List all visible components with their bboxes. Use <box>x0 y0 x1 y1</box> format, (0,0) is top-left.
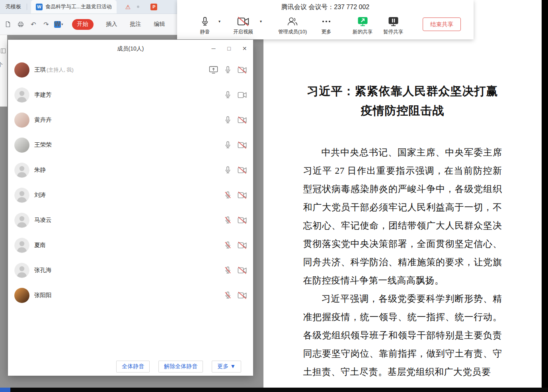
camera-off-icon <box>237 16 249 27</box>
end-share-button[interactable]: 结束共享 <box>423 17 461 31</box>
mic-on-icon[interactable] <box>223 166 232 175</box>
document-body: 中共中央总书记、国家主席、中央军委主席习近平 27 日作出重要指示强调，在当前防… <box>303 144 502 381</box>
taskbar-item[interactable] <box>0 388 10 392</box>
avatar <box>14 62 29 78</box>
start-video-button[interactable]: 开启视频 <box>229 16 257 35</box>
member-row[interactable]: 张孔海 <box>8 258 253 283</box>
mic-muted-icon[interactable] <box>223 266 232 275</box>
avatar <box>14 213 29 228</box>
camera-off-icon[interactable] <box>238 191 247 200</box>
new-share-icon <box>357 16 368 27</box>
wps-insert-tab[interactable]: 插入 <box>106 21 117 28</box>
avatar <box>14 263 29 278</box>
new-share-button[interactable]: 新的共享 <box>351 16 374 35</box>
side-panel-icon[interactable] <box>1 48 6 55</box>
avatar <box>14 138 29 153</box>
member-role: (主持人, 我) <box>47 66 74 74</box>
mic-muted-icon[interactable] <box>223 291 232 300</box>
member-name: 王荣荣 <box>34 141 52 149</box>
mic-muted-icon[interactable] <box>223 191 232 200</box>
word-doc-icon: W <box>36 4 43 10</box>
avatar <box>14 288 29 303</box>
mute-all-button[interactable]: 全体静音 <box>116 361 150 373</box>
wps-edit-tab[interactable]: 编辑 <box>154 21 165 28</box>
tab-active-document[interactable]: W 食品科学与工...主题党日活动 <box>31 0 117 14</box>
shared-document-page: 习近平：紧紧依靠人民群众坚决打赢疫情防控阻击战 中共中央总书记、国家主席、中央军… <box>263 0 542 388</box>
manage-members-button[interactable]: 管理成员(10) <box>276 16 309 35</box>
chevron-down-icon[interactable]: ▾ <box>61 22 63 26</box>
avatar <box>14 113 29 128</box>
panel-more-button[interactable]: 更多 ▼ <box>212 361 241 373</box>
camera-off-icon[interactable] <box>238 266 247 275</box>
document-title: 习近平：紧紧依靠人民群众坚决打赢疫情防控阻击战 <box>305 82 500 120</box>
microphone-icon <box>200 16 210 27</box>
unmute-all-button[interactable]: 解除全体静音 <box>158 361 203 373</box>
camera-off-icon[interactable] <box>238 166 247 175</box>
member-name: 李建芳 <box>34 91 52 99</box>
meeting-control-bar: 腾讯会议 会议号：237 772 002 静音 ▾ 开启视频 ▾ 管理成员(10… <box>177 0 474 39</box>
member-name: 黄卉卉 <box>34 116 52 124</box>
member-row[interactable]: 夏南 <box>8 233 253 258</box>
document-paragraph: 中共中央总书记、国家主席、中央军委主席习近平 27 日作出重要指示强调，在当前防… <box>303 144 502 290</box>
word-file-icon[interactable]: W <box>54 21 61 28</box>
member-name: 夏南 <box>34 241 46 249</box>
member-row[interactable]: 王荣荣 <box>8 132 253 157</box>
tab-label: 食品科学与工...主题党日活动 <box>45 3 112 10</box>
camera-off-icon[interactable] <box>238 241 247 250</box>
member-name: 张阳阳 <box>34 291 52 299</box>
maximize-button[interactable]: □ <box>226 45 232 52</box>
redo-icon[interactable]: ↷ <box>41 19 51 29</box>
member-row[interactable]: 刘涛 <box>8 182 253 208</box>
avatar <box>14 238 29 253</box>
member-name: 张孔海 <box>34 266 52 274</box>
mic-on-icon[interactable] <box>223 116 232 124</box>
pause-share-button[interactable]: 暂停共享 <box>382 16 404 35</box>
close-button[interactable]: ✕ <box>242 45 248 52</box>
camera-off-icon[interactable] <box>238 116 247 124</box>
camera-off-icon[interactable] <box>238 141 247 149</box>
mute-button[interactable]: 静音 <box>194 16 216 35</box>
camera-off-icon[interactable] <box>238 291 247 300</box>
wps-tab-bar: 壳模板 W 食品科学与工...主题党日活动 ⚠ P <box>0 0 183 14</box>
wps-start-tab[interactable]: 开始 <box>72 19 94 30</box>
meeting-title: 腾讯会议 会议号：237 772 002 <box>177 3 474 12</box>
tab-divider <box>27 4 27 10</box>
member-row[interactable]: 马凌云 <box>8 208 253 233</box>
print-icon[interactable] <box>16 19 25 29</box>
camera-on-icon[interactable] <box>238 91 247 99</box>
member-row[interactable]: 张阳阳 <box>8 283 253 308</box>
ppt-icon[interactable]: P <box>150 4 157 10</box>
video-options-caret[interactable]: ▾ <box>260 19 262 23</box>
camera-off-icon[interactable] <box>238 66 247 74</box>
member-row[interactable]: 黄卉卉 <box>8 107 253 132</box>
member-row[interactable]: 朱静 <box>8 157 253 182</box>
mute-options-caret[interactable]: ▾ <box>218 19 220 23</box>
more-icon <box>321 16 332 27</box>
mic-on-icon[interactable] <box>223 141 232 149</box>
wps-comment-tab[interactable]: 批注 <box>130 21 141 28</box>
mic-on-icon[interactable] <box>223 91 232 99</box>
status-dot <box>137 6 139 8</box>
member-row[interactable]: 王琪(主持人, 我) <box>8 57 253 82</box>
file-icon[interactable] <box>3 19 13 29</box>
camera-off-icon[interactable] <box>238 216 247 225</box>
mic-on-icon[interactable] <box>223 66 232 74</box>
members-panel: 成员(10人) ─ □ ✕ 王琪(主持人, 我) 李建芳 黄卉卉 <box>8 40 253 376</box>
member-list: 王琪(主持人, 我) 李建芳 黄卉卉 王荣荣 <box>8 57 253 308</box>
member-row[interactable]: 李建芳 <box>8 82 253 107</box>
avatar <box>14 163 29 178</box>
mic-muted-icon[interactable] <box>223 216 232 225</box>
avatar <box>14 188 29 203</box>
side-label: 个 <box>0 61 3 68</box>
tab-shell-template[interactable]: 壳模板 <box>0 0 27 14</box>
members-panel-header: 成员(10人) ─ □ ✕ <box>8 40 253 57</box>
warning-icon[interactable]: ⚠ <box>125 4 131 10</box>
undo-icon[interactable]: ↶ <box>29 19 38 29</box>
wps-left-sidebar: 个 <box>0 35 7 107</box>
minimize-button[interactable]: ─ <box>211 45 216 52</box>
member-name: 朱静 <box>34 166 46 174</box>
member-name: 王琪 <box>34 66 46 74</box>
avatar <box>14 87 29 103</box>
more-button[interactable]: 更多 <box>317 16 335 35</box>
mic-muted-icon[interactable] <box>223 241 232 250</box>
